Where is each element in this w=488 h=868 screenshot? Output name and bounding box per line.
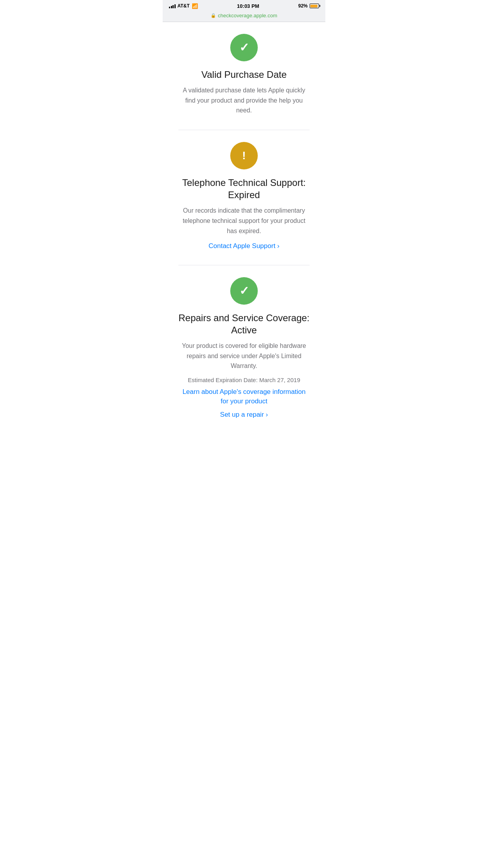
repairs-coverage-title: Repairs and Service Coverage: Active (178, 312, 310, 336)
contact-apple-support-link[interactable]: Contact Apple Support › (178, 241, 310, 251)
repairs-coverage-badge: ✓ (230, 277, 258, 305)
signal-bar-1 (169, 7, 170, 8)
lock-icon: 🔒 (211, 13, 216, 18)
battery-container (310, 4, 319, 8)
expiration-date-text: Estimated Expiration Date: March 27, 201… (178, 377, 310, 383)
wifi-icon: 📶 (192, 3, 198, 9)
url-label: checkcoverage.apple.com (218, 13, 277, 18)
divider-1 (178, 130, 310, 130)
valid-purchase-date-title: Valid Purchase Date (178, 68, 310, 81)
telephone-support-section: ! Telephone Technical Support: Expired O… (178, 142, 310, 251)
checkmark-icon: ✓ (239, 42, 249, 53)
learn-about-coverage-link[interactable]: Learn about Apple's coverage information… (178, 387, 310, 406)
battery-fill (310, 5, 317, 7)
valid-purchase-date-badge: ✓ (230, 34, 258, 61)
signal-bar-3 (172, 5, 174, 8)
telephone-support-badge: ! (230, 142, 258, 169)
status-right: 92% (298, 3, 319, 9)
exclamation-icon: ! (242, 150, 246, 161)
carrier-label: AT&T (178, 3, 190, 9)
signal-bar-4 (174, 4, 176, 8)
status-left: AT&T 📶 (169, 3, 198, 9)
valid-purchase-date-section: ✓ Valid Purchase Date A validated purcha… (178, 34, 310, 116)
set-up-repair-link[interactable]: Set up a repair › (178, 410, 310, 419)
battery-icon (310, 4, 319, 8)
valid-purchase-date-desc: A validated purchase date lets Apple qui… (178, 85, 310, 116)
divider-2 (178, 265, 310, 265)
telephone-support-title: Telephone Technical Support: Expired (178, 177, 310, 201)
status-bar: AT&T 📶 10:03 PM 92% (163, 0, 325, 11)
time-label: 10:03 PM (237, 3, 259, 9)
telephone-support-desc: Our records indicate that the compliment… (178, 206, 310, 236)
signal-bar-2 (171, 6, 172, 8)
battery-percent-label: 92% (298, 3, 308, 9)
signal-bars (169, 4, 176, 8)
main-content: ✓ Valid Purchase Date A validated purcha… (163, 22, 325, 449)
repairs-coverage-desc: Your product is covered for eligible har… (178, 341, 310, 371)
url-bar: 🔒 checkcoverage.apple.com (163, 11, 325, 22)
checkmark-icon-2: ✓ (239, 285, 249, 297)
repairs-coverage-section: ✓ Repairs and Service Coverage: Active Y… (178, 277, 310, 419)
